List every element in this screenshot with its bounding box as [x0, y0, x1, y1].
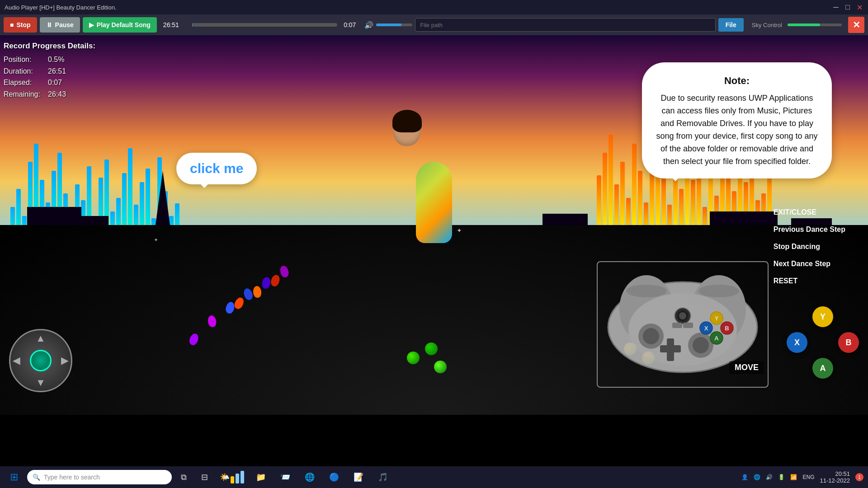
rp-rem-label: Remaining:	[4, 89, 44, 100]
y-button[interactable]: Y	[812, 306, 833, 327]
reset-label: RESET	[774, 274, 845, 288]
chrome-button[interactable]: 🔵	[324, 469, 344, 486]
volume-tray-icon: 🔊	[766, 474, 773, 480]
clock-time: 20:51	[820, 470, 850, 477]
taskbar: ⊞ 🔍 Type here to search ⧉ ⊟ 🌤️ 📁 📨 🌐 🔵 📝…	[0, 466, 868, 488]
click-me-bubble[interactable]: click me	[176, 153, 257, 184]
volume-bar-fill	[376, 23, 401, 26]
pause-icon: ⏸	[46, 21, 52, 28]
svg-rect-23	[672, 323, 682, 328]
rp-el-label: Elapsed:	[4, 77, 44, 89]
globe-icon: 🌐	[754, 474, 760, 480]
volume-icon: 🔊	[364, 21, 373, 29]
minimize-btn[interactable]: ─	[832, 3, 840, 11]
stop-icon: ■	[10, 21, 14, 28]
rp-el-val: 0:07	[48, 77, 62, 89]
window-title: Audio Player [HD+] Beauty Dancer Edition…	[5, 4, 117, 11]
app6-button[interactable]: 🎵	[373, 469, 393, 486]
svg-point-21	[626, 285, 667, 297]
file-path-input[interactable]	[415, 18, 716, 32]
sky-control-label: Sky Control	[752, 22, 782, 28]
elapsed-display: 0:07	[344, 21, 362, 28]
svg-point-5	[643, 328, 659, 344]
battery-icon: 🔋	[778, 474, 785, 480]
svg-point-7	[693, 337, 709, 353]
rp-pos-label: Position:	[4, 54, 44, 66]
note-body: Due to security reasons UWP Applications…	[656, 92, 818, 168]
abxy-overlay: Y X B A	[787, 306, 859, 379]
lang-label: ENG	[802, 474, 814, 480]
app5-button[interactable]: 📝	[348, 469, 369, 486]
pause-button[interactable]: ⏸ Pause	[40, 17, 80, 33]
svg-text:A: A	[714, 335, 719, 342]
toolbar: ■ Stop ⏸ Pause ▶ Play Default Song 26:51…	[0, 14, 868, 35]
click-me-text: click me	[190, 161, 243, 176]
search-placeholder: Type here to search	[44, 474, 100, 481]
close-icon: ✕	[853, 19, 860, 30]
task-view-button[interactable]: ⧉	[175, 469, 192, 486]
rp-dur-val: 26:51	[48, 66, 66, 77]
rp-pos-val: 0.5%	[48, 54, 64, 66]
stop-dancing-label: Stop Dancing	[774, 239, 845, 254]
edge-button[interactable]: 🌐	[299, 469, 320, 486]
joystick-arrows: ▲ ▼ ◀ ▶	[10, 330, 71, 391]
svg-rect-24	[683, 323, 693, 328]
weather-bar-3	[241, 471, 244, 483]
svg-point-20	[679, 312, 686, 319]
joystick-down-arrow: ▼	[36, 377, 46, 389]
prev-dance-label: Previous Dance Step	[774, 222, 845, 237]
play-button[interactable]: ▶ Play Default Song	[83, 17, 157, 33]
network-icon: 👤	[741, 474, 748, 480]
a-button[interactable]: A	[812, 358, 833, 379]
wifi-icon: 📶	[790, 474, 797, 480]
file-button[interactable]: File	[718, 18, 744, 32]
gem	[434, 361, 447, 373]
sparkle-1: ✦	[154, 237, 158, 243]
system-tray: 👤 🌐 🔊 🔋 📶 ENG 20:51 11-12-2022 1	[741, 470, 863, 484]
next-dance-label: Next Dance Step	[774, 257, 845, 271]
sky-control-bar-fill	[788, 23, 820, 26]
file-explorer-button[interactable]: 📁	[250, 469, 271, 486]
svg-rect-9	[660, 345, 681, 352]
rp-title: Record Progress Details:	[4, 40, 95, 52]
system-clock: 20:51 11-12-2022	[820, 470, 850, 484]
move-label: MOVE	[729, 361, 764, 374]
gem	[407, 352, 420, 364]
close-red-button[interactable]: ✕	[848, 17, 864, 33]
dancer-hair	[392, 110, 422, 132]
svg-text:Y: Y	[715, 315, 719, 322]
dancer-body	[416, 162, 452, 243]
rp-dur-label: Duration:	[4, 66, 44, 77]
joystick-left-arrow: ◀	[13, 355, 20, 366]
mail-button[interactable]: 📨	[275, 469, 296, 486]
search-bar[interactable]: 🔍 Type here to search	[27, 470, 172, 484]
rp-rem-val: 26:43	[48, 89, 66, 100]
progress-bar-fill	[192, 23, 193, 27]
record-progress-panel: Record Progress Details: Position: 0.5% …	[4, 40, 95, 100]
svg-point-22	[698, 285, 739, 297]
stop-button[interactable]: ■ Stop	[4, 17, 37, 33]
main-scene: Record Progress Details: Position: 0.5% …	[0, 35, 868, 415]
gem	[425, 343, 438, 355]
windows-start-button[interactable]: ⊞	[5, 469, 24, 486]
titlebar-close-btn[interactable]: ✕	[855, 3, 863, 11]
title-bar: Audio Player [HD+] Beauty Dancer Edition…	[0, 0, 868, 14]
volume-slider[interactable]	[376, 23, 412, 26]
title-bar-controls: ─ □ ✕	[832, 3, 863, 11]
weather-widget: 🌤️	[220, 471, 244, 483]
x-button[interactable]: X	[787, 332, 807, 353]
sky-control-slider[interactable]	[788, 23, 842, 26]
progress-bar[interactable]	[192, 23, 337, 27]
maximize-btn[interactable]: □	[844, 3, 852, 11]
joystick-up-arrow: ▲	[36, 333, 46, 344]
play-icon: ▶	[89, 21, 94, 28]
b-button[interactable]: B	[838, 332, 859, 353]
search-icon: 🔍	[33, 474, 40, 481]
clock-date: 11-12-2022	[820, 477, 850, 484]
widgets-button[interactable]: ⊟	[196, 469, 213, 486]
controller-labels: EXIT/CLOSE Previous Dance Step Stop Danc…	[774, 205, 845, 288]
joystick-left[interactable]: ▲ ▼ ◀ ▶	[9, 329, 72, 392]
note-bubble: Note: Due to security reasons UWP Applic…	[642, 62, 832, 178]
notification-badge[interactable]: 1	[855, 473, 863, 481]
note-title: Note:	[656, 73, 818, 89]
